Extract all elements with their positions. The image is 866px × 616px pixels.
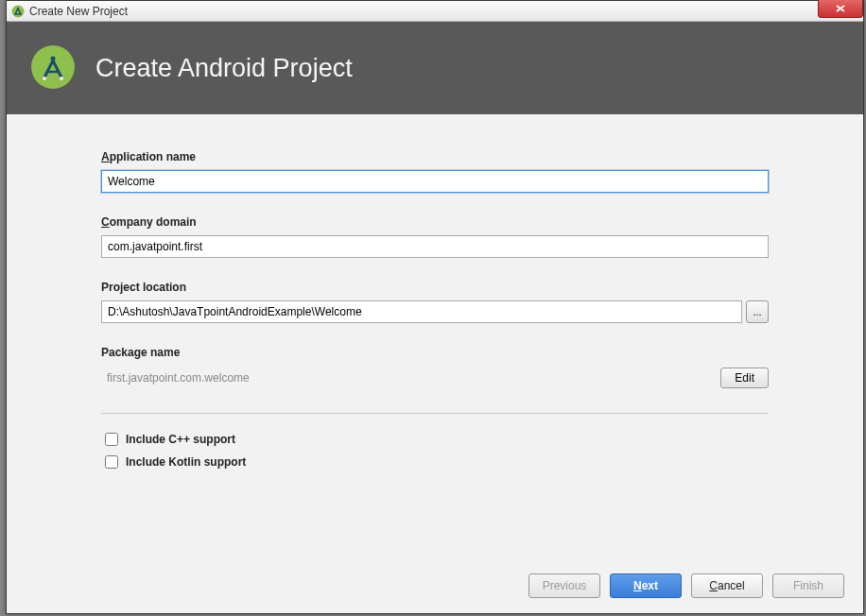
previous-button[interactable]: Previous <box>528 573 600 598</box>
close-icon <box>836 5 845 12</box>
android-studio-icon <box>10 4 26 19</box>
dialog-footer: Previous Next Cancel Finish <box>7 560 863 613</box>
company-domain-input[interactable] <box>101 235 769 258</box>
window-title: Create New Project <box>29 5 128 18</box>
svg-point-1 <box>17 8 19 9</box>
next-button[interactable]: Next <box>610 573 682 598</box>
finish-button[interactable]: Finish <box>772 573 844 598</box>
application-name-input[interactable] <box>101 170 769 193</box>
include-cpp-checkbox[interactable] <box>105 433 118 446</box>
cancel-button[interactable]: Cancel <box>691 573 763 598</box>
header-banner: Create Android Project <box>7 22 863 114</box>
package-name-label: Package name <box>101 346 769 359</box>
titlebar[interactable]: Create New Project <box>7 1 863 22</box>
svg-point-3 <box>43 77 46 80</box>
dialog-window: Create New Project Create Android Projec… <box>6 0 864 614</box>
include-kotlin-checkbox[interactable] <box>105 455 118 469</box>
close-button[interactable] <box>818 0 863 18</box>
project-location-label: Project location <box>101 281 769 294</box>
include-cpp-label: Include C++ support <box>126 433 235 446</box>
banner-heading: Create Android Project <box>95 54 353 83</box>
svg-point-2 <box>51 57 56 61</box>
svg-point-4 <box>60 77 63 80</box>
browse-button[interactable]: ... <box>746 300 769 323</box>
application-name-label: Application name <box>101 150 769 163</box>
project-location-input[interactable] <box>101 300 742 323</box>
company-domain-label: Company domain <box>101 215 769 229</box>
package-name-value: first.javatpoint.com.welcome <box>101 371 250 385</box>
separator <box>101 413 769 414</box>
android-studio-logo <box>31 45 77 91</box>
include-kotlin-label: Include Kotlin support <box>126 455 246 469</box>
form-content: Application name document.currentScript.… <box>7 114 863 560</box>
edit-package-button[interactable]: Edit <box>720 368 769 388</box>
